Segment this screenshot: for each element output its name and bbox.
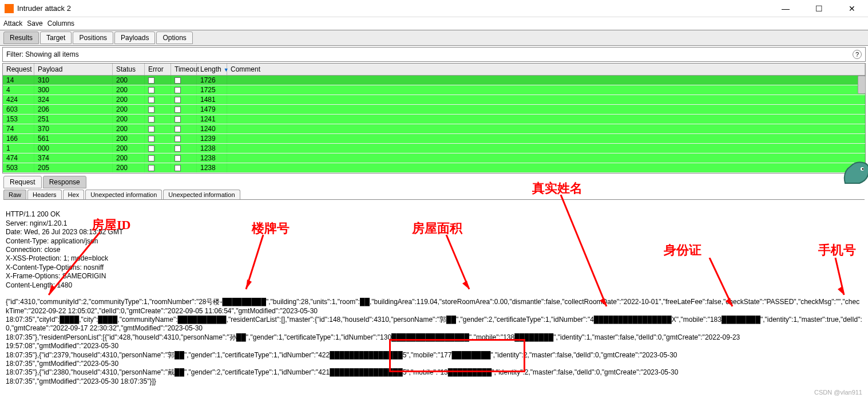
filter-text: Filter: Showing all items [6,50,79,58]
menu-bar: Attack Save Columns [0,17,868,30]
tab-response[interactable]: Response [43,176,86,188]
table-row[interactable]: 4743742001238 [3,153,865,163]
checkbox-icon [148,87,154,93]
close-button[interactable]: ✕ [841,4,863,13]
minimize-button[interactable]: — [774,4,797,13]
tab-target[interactable]: Target [40,31,72,44]
filter-bar[interactable]: Filter: Showing all items ? [2,47,866,62]
cell-length: 1240 [197,124,227,133]
menu-save[interactable]: Save [27,19,42,27]
cell-comment [227,144,865,153]
table-row[interactable]: 5032052001238 [3,163,865,173]
watermark: CSDN @vlan911 [814,389,862,396]
col-request[interactable]: Request [3,64,34,75]
table-row[interactable]: 4243242001481 [3,95,865,105]
checkbox-icon [175,116,181,123]
col-timeout[interactable]: Timeout [171,64,197,75]
checkbox-icon [175,165,181,171]
table-row[interactable]: 6032062001479 [3,105,865,115]
cell-error [145,144,171,153]
cell-payload: 561 [34,134,113,143]
help-icon[interactable]: ? [853,50,862,59]
col-payload[interactable]: Payload [34,64,113,75]
table-body: 1431020017264300200172542432420014816032… [3,76,865,173]
cell-timeout [171,163,197,172]
http-line: Date: Wed, 26 Jul 2023 08:13:52 GMT [6,228,123,236]
checkbox-icon [148,126,154,132]
cell-request: 1 [3,144,34,153]
response-body[interactable]: HTTP/1.1 200 OK Server: nginx/1.20.1 Dat… [3,200,865,388]
table-row[interactable]: 43002001725 [3,85,865,95]
cell-comment [227,76,865,85]
col-length[interactable]: Length [197,64,227,75]
checkbox-icon [148,165,154,171]
cell-error [145,76,171,85]
cell-comment [227,153,865,163]
table-row[interactable]: 743702001240 [3,124,865,134]
title-bar: Intruder attack 2 — ☐ ✕ [0,0,868,17]
http-line: X-XSS-Protection: 1; mode=block [6,254,108,262]
cell-payload: 205 [34,163,113,172]
tab-hex[interactable]: Hex [63,190,85,199]
tab-options[interactable]: Options [156,31,192,44]
cell-status: 200 [113,144,145,153]
tab-headers[interactable]: Headers [27,190,62,199]
cell-length: 1239 [197,134,227,143]
cell-status: 200 [113,124,145,133]
cell-request: 503 [3,163,34,172]
tab-payloads[interactable]: Payloads [114,31,155,44]
col-status[interactable]: Status [113,64,145,75]
cell-request: 4 [3,85,34,94]
cell-payload: 300 [34,85,113,94]
cell-timeout [171,124,197,133]
cell-request: 474 [3,153,34,163]
cell-error [145,153,171,163]
cell-request: 153 [3,115,34,124]
cell-payload: 324 [34,95,113,104]
table-row[interactable]: 1532512001241 [3,115,865,124]
tab-results[interactable]: Results [3,31,39,44]
http-line: Content-Type: application/json [6,237,98,245]
main-tabs: Results Target Positions Payloads Option… [0,30,868,46]
cell-request: 424 [3,95,34,104]
cell-payload: 000 [34,144,113,153]
checkbox-icon [175,77,181,84]
tab-unexpected-2[interactable]: Unexpected information [163,190,240,199]
svg-point-13 [862,168,864,170]
cell-error [145,95,171,104]
menu-columns[interactable]: Columns [47,19,74,27]
cell-timeout [171,134,197,143]
cell-status: 200 [113,76,145,85]
http-line: X-Frame-Options: SAMEORIGIN [6,272,106,280]
cell-status: 200 [113,85,145,94]
tab-raw[interactable]: Raw [3,190,26,199]
maximize-button[interactable]: ☐ [807,4,830,13]
cell-comment [227,115,865,124]
tab-positions[interactable]: Positions [73,31,113,44]
cell-status: 200 [113,105,145,114]
cell-payload: 251 [34,115,113,124]
col-comment[interactable]: Comment [227,64,865,75]
scrollbar-thumb[interactable] [858,76,866,94]
cell-length: 1238 [197,163,227,172]
checkbox-icon [148,136,154,142]
tab-unexpected-1[interactable]: Unexpected information [85,190,162,199]
cell-request: 14 [3,76,34,85]
http-line: Server: nginx/1.20.1 [6,219,67,227]
cell-error [145,115,171,124]
tab-request[interactable]: Request [3,176,42,188]
table-row[interactable]: 143102001726 [3,76,865,85]
cell-status: 200 [113,115,145,124]
cell-request: 166 [3,134,34,143]
cell-error [145,105,171,114]
menu-attack[interactable]: Attack [3,19,22,27]
cell-payload: 310 [34,76,113,85]
cell-status: 200 [113,153,145,163]
cell-status: 200 [113,134,145,143]
table-row[interactable]: 1665612001239 [3,134,865,144]
http-line: Connection: close [6,246,60,254]
checkbox-icon [148,77,154,84]
table-row[interactable]: 10002001238 [3,144,865,153]
col-error[interactable]: Error [145,64,171,75]
reqres-tabs: Request Response [3,176,865,188]
